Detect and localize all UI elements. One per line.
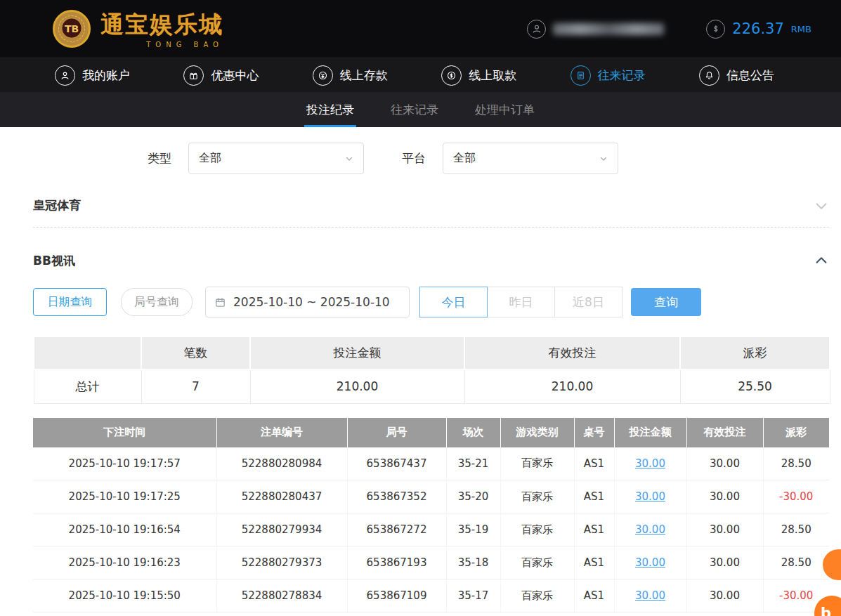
nav-item-account[interactable]: 我的账户 [55, 65, 130, 86]
calendar-icon [214, 296, 226, 308]
filter-row: 类型 全部 平台 全部 [148, 143, 829, 174]
table-cell: 百家乐 [500, 546, 574, 579]
nav-label: 信息公告 [726, 67, 774, 84]
bet-amount-link[interactable]: 30.00 [635, 589, 665, 602]
section-crown-sports[interactable]: 皇冠体育 [33, 184, 829, 228]
bet-records-table: 下注时间注单编号局号场次游戏类别桌号投注金额有效投注派彩 2025-10-10 … [33, 418, 829, 613]
table-cell: 35-19 [446, 513, 500, 546]
account-icon [55, 65, 75, 86]
brand-logo[interactable]: TB 通宝娱乐城 TONG BAO [53, 9, 223, 48]
table-cell: 30.00 [686, 447, 763, 480]
table-cell: 百家乐 [500, 480, 574, 513]
summary-header-count: 笔数 [141, 336, 250, 369]
bet-table-header: 桌号 [574, 418, 614, 447]
summary-header-row: 笔数 投注金额 有效投注 派彩 [34, 336, 830, 369]
table-row: 2025-10-10 19:17:57522880280984653867437… [33, 447, 829, 480]
platform-select-value: 全部 [453, 151, 476, 166]
table-cell: 35-18 [446, 546, 500, 579]
table-cell: AS1 [574, 579, 614, 612]
chevron-up-icon [814, 253, 829, 268]
deposit-icon [313, 65, 333, 86]
bet-amount-cell[interactable]: 30.00 [614, 546, 686, 579]
table-cell: 2025-10-10 19:17:57 [33, 447, 216, 480]
summary-header-bet-amount: 投注金额 [250, 336, 464, 369]
table-cell: 2025-10-10 19:16:23 [33, 546, 216, 579]
balance-display[interactable]: 226.37 RMB [706, 20, 811, 39]
brand-subtitle: TONG BAO [100, 41, 223, 48]
summary-total-label: 总计 [34, 369, 141, 403]
bet-table-header: 有效投注 [686, 418, 763, 447]
table-cell: 2025-10-10 19:17:25 [33, 480, 216, 513]
platform-filter-label: 平台 [402, 150, 426, 166]
sub-tab-bar: 投注纪录 往来记录 处理中订单 [0, 92, 841, 127]
section-bb-video[interactable]: BB视讯 [33, 239, 829, 282]
tab-betting-records[interactable]: 投注纪录 [304, 92, 356, 127]
table-cell: 28.50 [763, 546, 829, 579]
nav-label: 优惠中心 [211, 67, 259, 84]
bet-amount-cell[interactable]: 30.00 [614, 447, 686, 480]
yesterday-button[interactable]: 昨日 [487, 287, 555, 317]
bet-amount-link[interactable]: 30.00 [635, 490, 665, 503]
nav-item-announcements[interactable]: 信息公告 [699, 65, 774, 86]
table-cell: 35-21 [446, 447, 500, 480]
bet-table-header: 投注金额 [614, 418, 686, 447]
table-cell: 522880279934 [216, 513, 347, 546]
tab-transaction-records[interactable]: 往来记录 [389, 92, 441, 127]
date-range-input[interactable]: 2025-10-10 ~ 2025-10-10 [205, 287, 410, 317]
top-right-area: 226.37 RMB [527, 20, 811, 39]
dollar-icon [706, 20, 725, 39]
casino-chip-icon: TB [53, 10, 91, 48]
bet-table-header: 派彩 [763, 418, 829, 447]
nav-item-deposit[interactable]: 线上存款 [313, 65, 388, 86]
table-row: 2025-10-10 19:15:50522880278834653867109… [33, 579, 829, 612]
bet-amount-link[interactable]: 30.00 [635, 457, 665, 470]
table-cell: -30.00 [763, 480, 829, 513]
bet-table-header: 游戏类别 [500, 418, 574, 447]
nav-label: 线上存款 [340, 67, 388, 84]
brand-text: 通宝娱乐城 TONG BAO [100, 9, 223, 48]
user-account[interactable] [527, 20, 664, 39]
summary-header-payout: 派彩 [680, 336, 830, 369]
top-bar: TB 通宝娱乐城 TONG BAO 226.37 RMB [0, 0, 841, 58]
nav-item-promotions[interactable]: 优惠中心 [183, 65, 259, 86]
table-cell: 653867193 [347, 546, 446, 579]
today-button[interactable]: 今日 [419, 287, 488, 317]
summary-bet-amount: 210.00 [250, 369, 464, 403]
type-select[interactable]: 全部 [188, 143, 364, 174]
round-query-button[interactable]: 局号查询 [121, 288, 193, 316]
bet-amount-cell[interactable]: 30.00 [614, 513, 686, 546]
brand-title: 通宝娱乐城 [100, 9, 223, 41]
table-row: 2025-10-10 19:16:54522880279934653867272… [33, 513, 829, 546]
search-button[interactable]: 查询 [631, 288, 701, 316]
table-cell: 28.50 [763, 447, 829, 480]
chip-badge: TB [65, 23, 79, 34]
bet-table-head-row: 下注时间注单编号局号场次游戏类别桌号投注金额有效投注派彩 [33, 418, 829, 447]
bet-table-header: 场次 [446, 418, 500, 447]
tab-processing-orders[interactable]: 处理中订单 [473, 92, 537, 127]
date-query-button[interactable]: 日期查询 [33, 288, 107, 316]
nav-item-withdraw[interactable]: 线上取款 [441, 65, 516, 86]
bet-amount-cell[interactable]: 30.00 [614, 579, 686, 612]
bet-amount-cell[interactable]: 30.00 [614, 480, 686, 513]
chevron-down-icon [814, 198, 829, 214]
bet-amount-link[interactable]: 30.00 [635, 556, 665, 569]
bet-table-header: 注单编号 [216, 418, 347, 447]
nav-label: 线上取款 [469, 67, 516, 84]
bet-table-header: 局号 [347, 418, 446, 447]
table-cell: 653867352 [347, 480, 446, 513]
nav-item-records[interactable]: 往来记录 [571, 65, 646, 86]
table-cell: 百家乐 [500, 513, 574, 546]
last-8-days-button[interactable]: 近8日 [554, 287, 622, 317]
promo-icon [183, 65, 204, 86]
username-blurred [553, 23, 664, 35]
summary-valid-bet: 210.00 [464, 369, 680, 403]
main-nav: 我的账户 优惠中心 线上存款 线上取款 往来记录 信息公告 [0, 58, 841, 92]
date-range-value: 2025-10-10 ~ 2025-10-10 [233, 295, 390, 309]
platform-select[interactable]: 全部 [443, 143, 618, 174]
chat-widget-letter: b [821, 605, 831, 616]
table-cell: 522880278834 [216, 579, 347, 612]
table-cell: AS1 [574, 513, 614, 546]
table-cell: 522880279373 [216, 546, 347, 579]
summary-table: 笔数 投注金额 有效投注 派彩 总计 7 210.00 210.00 25.50 [33, 336, 830, 404]
bet-amount-link[interactable]: 30.00 [635, 523, 665, 536]
